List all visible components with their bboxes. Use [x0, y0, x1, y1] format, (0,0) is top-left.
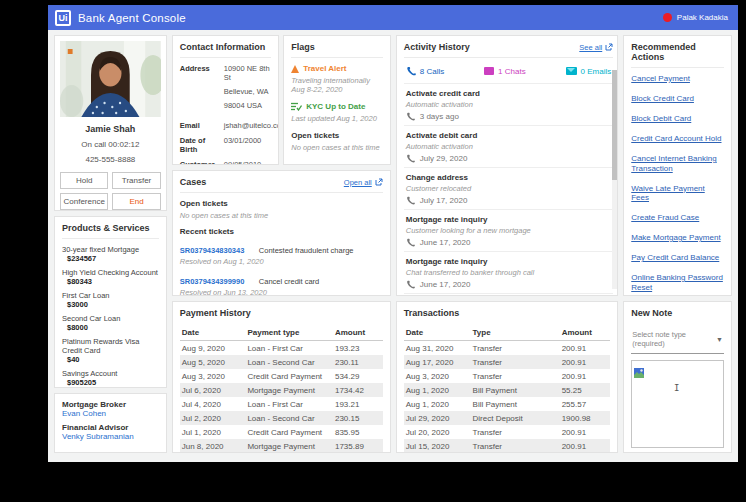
table-row: Aug 3, 2020 Credit Card Payment 534.29: [180, 369, 383, 383]
travel-alert-note: Traveling internationally Aug 8-22, 2020: [291, 76, 383, 94]
payment-type: Loan - Second Car: [247, 414, 335, 423]
transfer-button[interactable]: Transfer: [112, 172, 160, 189]
recommended-action-link[interactable]: Pay Credit Card Balance: [631, 253, 724, 263]
transaction-type: Transfer: [473, 344, 562, 353]
uipath-logo-icon: Ui: [55, 10, 71, 26]
recommended-action-link[interactable]: Cancel Internet Banking Transaction: [631, 154, 724, 173]
mortgage-broker-label: Mortgage Broker: [62, 400, 159, 409]
tx-col-amount: Amount: [562, 328, 609, 337]
conference-button[interactable]: Conference: [60, 193, 108, 210]
chats-stat: 1 Chats: [484, 66, 526, 76]
payment-date: Jul 6, 2020: [182, 386, 248, 395]
activity-item-date: June 17, 2020: [420, 238, 471, 247]
payment-type: Credit Card Payment: [247, 428, 335, 437]
payment-date: Jun 8, 2020: [182, 442, 248, 451]
note-textarea[interactable]: I: [631, 360, 724, 448]
product-balance: $234567: [62, 254, 159, 263]
products-services-card: Products & Services 30-year fixed Mortga…: [54, 216, 167, 388]
scrollbar-thumb[interactable]: [612, 70, 617, 180]
transaction-type: Bill Payment: [473, 400, 562, 409]
transaction-amount: 55.25: [562, 386, 609, 395]
transaction-date: Aug 31, 2020: [406, 344, 473, 353]
financial-advisor-link[interactable]: Venky Subramanian: [62, 432, 134, 441]
transaction-amount: 200.91: [562, 358, 609, 367]
product-balance: $3000: [62, 300, 159, 309]
phone-icon: [406, 238, 415, 247]
product-item: First Car Loan $3000: [62, 291, 159, 309]
table-row: Aug 17, 2020 Transfer 200.91: [404, 355, 611, 369]
transaction-date: Jul 15, 2020: [406, 442, 473, 451]
activity-item: Mortgage rate inquiry Customer looking f…: [404, 210, 614, 252]
activity-title: Activity History: [404, 42, 470, 52]
activity-item-note: Customer relocated: [406, 184, 612, 193]
activity-item: Mortgage rate inquiry Chat transferred t…: [404, 252, 614, 294]
product-item: 30-year fixed Mortgage $234567: [62, 245, 159, 263]
products-list: 30-year fixed Mortgage $234567 High Yiel…: [62, 245, 159, 388]
recommended-action-link[interactable]: Online Banking Password Reset: [631, 273, 724, 292]
kyc-label: KYC Up to Date: [306, 102, 365, 111]
transaction-amount: 200.91: [562, 372, 609, 381]
payment-type: Loan - Second Car: [247, 358, 335, 367]
product-balance: $8000: [62, 323, 159, 332]
payment-amount: 193.21: [335, 400, 381, 409]
payment-amount: 193.23: [335, 344, 381, 353]
product-balance: $905205: [62, 378, 159, 387]
table-row: Aug 31, 2020 Transfer 200.91: [404, 341, 611, 355]
table-row: Aug 5, 2020 Loan - Second Car 230.11: [180, 355, 383, 369]
chat-icon: [484, 67, 494, 75]
see-all-link[interactable]: See all: [579, 43, 613, 52]
product-name: First Car Loan: [62, 291, 159, 300]
kyc-note: Last updated Aug 1, 2020: [291, 114, 383, 123]
recording-status-icon: [663, 13, 672, 22]
tx-col-type: Type: [473, 328, 562, 337]
hold-button[interactable]: Hold: [60, 172, 108, 189]
activity-list[interactable]: Activate credit card Automatic activatio…: [404, 84, 614, 296]
table-row: Jul 15, 2020 Transfer 200.91: [404, 439, 611, 453]
activity-item-title: Mortgage rate inquiry: [406, 257, 612, 266]
ph-col-amount: Amount: [335, 328, 381, 337]
payment-date: Aug 3, 2020: [182, 372, 248, 381]
customer-since-label: Customer Since: [180, 160, 224, 165]
open-all-link[interactable]: Open all: [344, 178, 383, 187]
recommended-action-link[interactable]: Create Fraud Case: [631, 213, 724, 223]
phone-icon: [406, 196, 415, 205]
recommended-action-link[interactable]: Cancel Payment: [631, 74, 724, 84]
activity-scrollbar[interactable]: [612, 70, 617, 289]
transaction-amount: 255.57: [562, 400, 609, 409]
transaction-type: Transfer: [473, 358, 562, 367]
recommended-action-link[interactable]: Block Debit Card: [631, 114, 724, 124]
payment-history-header-row: Date Payment type Amount: [180, 325, 383, 341]
customer-since-value: 09/05/2010: [224, 160, 262, 165]
flags-open-tickets-note: No open cases at this time: [291, 143, 383, 152]
note-type-dropdown[interactable]: Select note type (required) ▼: [631, 327, 724, 354]
activity-item-date: June 17, 2020: [420, 280, 471, 289]
address-line: Bellevue, WA: [224, 87, 272, 96]
contact-information-card: Contact Information Address 10900 NE 8th…: [172, 35, 280, 165]
ticket-id-link[interactable]: SR0379434830343: [180, 246, 245, 255]
recommended-action-link[interactable]: Block Credit Card: [631, 94, 724, 104]
cases-open-tickets-label: Open tickets: [180, 199, 383, 208]
address-value: 10900 NE 8th StBellevue, WA98004 USA: [224, 64, 272, 115]
product-name: High Yield Checking Account: [62, 268, 159, 277]
email-value: jshah@uitelco.com: [224, 121, 280, 130]
recommended-action-link[interactable]: Make Mortgage Payment: [631, 233, 724, 243]
chevron-down-icon: ▼: [716, 336, 723, 343]
ticket-id-link[interactable]: SR0379434399990: [180, 277, 245, 286]
flags-open-tickets-label: Open tickets: [291, 131, 383, 140]
mortgage-broker-link[interactable]: Evan Cohen: [62, 409, 106, 418]
transactions-card: Transactions Date Type Amount Aug 31, 20…: [396, 301, 619, 453]
text-cursor: I: [674, 383, 679, 393]
ph-col-type: Payment type: [247, 328, 335, 337]
note-type-placeholder: Select note type (required): [632, 330, 716, 348]
recommended-action-link[interactable]: Waive Late Payment Fees: [631, 184, 724, 203]
end-call-button[interactable]: End: [112, 193, 160, 210]
recommended-action-link[interactable]: Credit Card Account Hold: [631, 134, 724, 144]
recommended-actions-card: Recommended Actions Cancel PaymentBlock …: [623, 35, 732, 296]
ticket-description: Contested fraudulent charge: [259, 246, 354, 255]
app-header: Ui Bank Agent Console Palak Kadakia: [48, 5, 738, 30]
ticket-item: SR0379434830343 Contested fraudulent cha…: [180, 239, 383, 266]
transaction-date: Jul 29, 2020: [406, 414, 473, 423]
transaction-type: Transfer: [473, 442, 562, 451]
advisors-card: Mortgage Broker Evan Cohen Financial Adv…: [54, 393, 167, 453]
transaction-amount: 200.91: [562, 428, 609, 437]
